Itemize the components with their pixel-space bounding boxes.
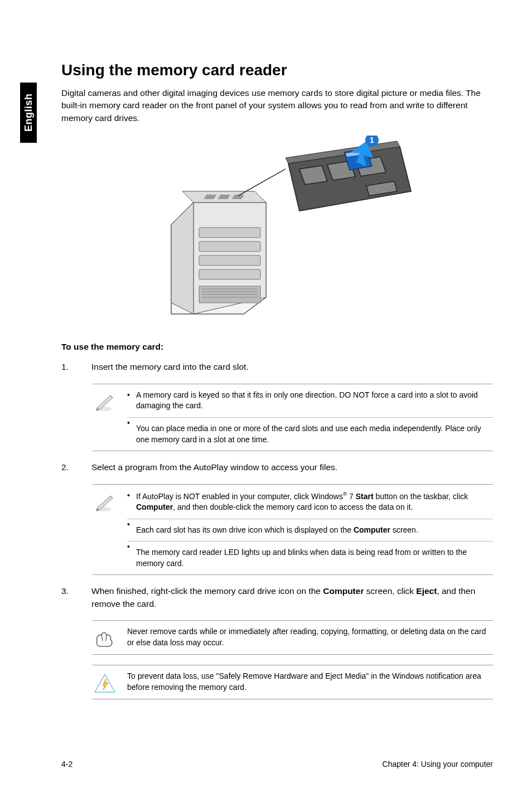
warning-bolt-icon [93,671,117,693]
note-item: Each card slot has its own drive icon wh… [127,519,493,536]
note-item: The memory card reader LED lights up and… [127,541,493,569]
callout-number: 1 [370,136,374,144]
svg-rect-4 [199,241,260,252]
figure-card-reader: 1 [61,136,493,320]
manual-page: English Using the memory card reader Dig… [0,0,532,802]
intro-paragraph: Digital cameras and other digital imagin… [61,87,493,124]
svg-rect-6 [199,269,260,279]
procedure-steps-cont: 2. Select a program from the AutoPlay wi… [61,461,493,474]
procedure-steps: 1. Insert the memory card into the card … [61,361,493,373]
svg-line-16 [238,169,286,196]
svg-marker-38 [103,679,108,690]
step-number: 3. [61,585,75,610]
procedure-steps-cont2: 3. When finished, right-click the memory… [61,585,493,610]
note-block-4: To prevent data loss, use "Safely Remove… [93,665,493,699]
card-reader-illustration: 1 [138,136,417,320]
note-block-3: Never remove cards while or immediately … [93,620,493,655]
note-text: Never remove cards while or immediately … [127,626,493,648]
note-block-2: If AutoPlay is NOT enabled in your compu… [93,484,493,576]
language-tab: English [20,83,37,143]
svg-line-36 [106,635,107,641]
note-item: You can place media in one or more of th… [127,417,493,445]
svg-marker-19 [299,166,327,185]
svg-marker-2 [171,202,194,314]
svg-line-35 [101,635,103,641]
step-number: 2. [61,461,75,474]
page-title: Using the memory card reader [61,61,493,79]
hand-caution-icon [93,626,117,649]
pencil-note-icon [93,390,117,445]
page-footer: 4-2 Chapter 4: Using your computer [61,760,493,769]
pencil-note-icon [93,490,117,569]
step-text: Insert the memory card into the card slo… [91,361,493,373]
note-item: A memory card is keyed so that it fits i… [127,390,493,412]
procedure-heading: To use the memory card: [61,342,493,352]
step-1: 1. Insert the memory card into the card … [61,361,493,373]
step-3: 3. When finished, right-click the memory… [61,585,493,610]
step-number: 1. [61,361,75,373]
page-number: 4-2 [61,760,72,769]
note-block-1: A memory card is keyed so that it fits i… [93,384,493,451]
svg-rect-5 [199,255,260,265]
svg-rect-3 [199,228,260,238]
step-text: When finished, right-click the memory ca… [91,585,493,610]
note-text: To prevent data loss, use "Safely Remove… [127,671,493,693]
note-item: If AutoPlay is NOT enabled in your compu… [127,490,493,513]
step-text: Select a program from the AutoPlay windo… [91,461,493,474]
step-2: 2. Select a program from the AutoPlay wi… [61,461,493,474]
chapter-label: Chapter 4: Using your computer [383,760,493,769]
